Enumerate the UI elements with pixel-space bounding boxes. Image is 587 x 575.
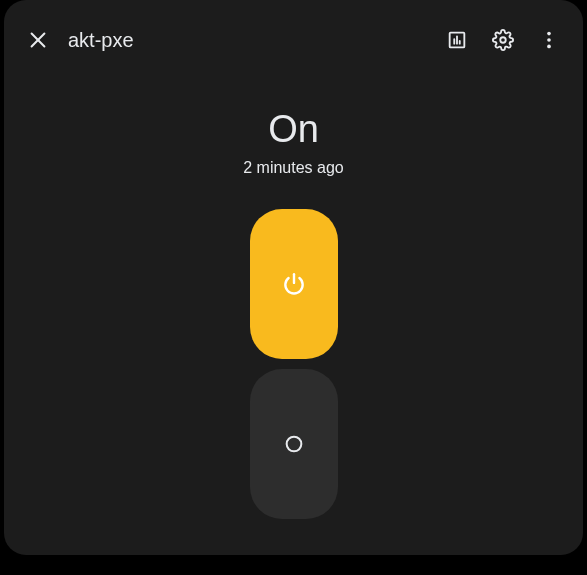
svg-point-7 [547, 32, 551, 36]
header: akt-pxe [4, 20, 583, 60]
last-changed-label: 2 minutes ago [4, 159, 583, 177]
close-icon [27, 29, 49, 51]
circle-icon [283, 433, 305, 455]
more-button[interactable] [529, 20, 569, 60]
header-actions [437, 20, 569, 60]
chart-icon [446, 29, 468, 51]
entity-card: akt-pxe [4, 0, 583, 555]
status-area: On 2 minutes ago [4, 108, 583, 177]
close-button[interactable] [18, 20, 58, 60]
entity-title: akt-pxe [68, 29, 437, 52]
off-button[interactable] [250, 369, 338, 519]
more-vert-icon [538, 29, 560, 51]
control-area [4, 209, 583, 519]
history-button[interactable] [437, 20, 477, 60]
state-label: On [4, 108, 583, 151]
svg-point-9 [547, 45, 551, 49]
power-icon [281, 271, 307, 297]
svg-point-6 [500, 37, 506, 43]
on-button[interactable] [250, 209, 338, 359]
gear-icon [492, 29, 514, 51]
svg-point-11 [286, 437, 301, 452]
settings-button[interactable] [483, 20, 523, 60]
svg-point-8 [547, 38, 551, 42]
